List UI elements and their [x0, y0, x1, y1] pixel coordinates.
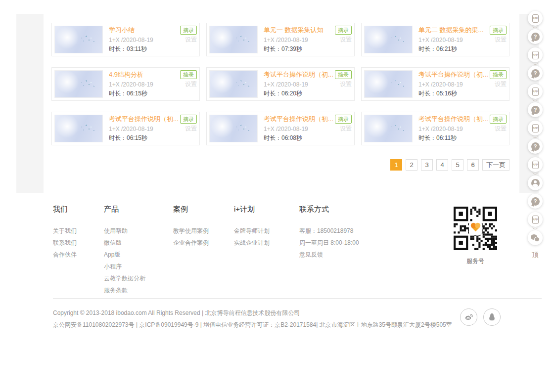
page-button-6[interactable]: 6 [467, 159, 479, 171]
footer-heading: i+计划 [234, 205, 270, 214]
page-button-5[interactable]: 5 [452, 159, 463, 171]
video-card: 单元二 数据采集的渠... 摘录 1+X /2020-08-19 设置 时长：0… [361, 23, 509, 56]
settings-button[interactable]: 设置 [185, 125, 197, 133]
help-icon[interactable]: ? [528, 29, 543, 44]
qq-icon[interactable] [483, 308, 501, 326]
help-icon[interactable]: ? [528, 139, 543, 154]
video-title[interactable]: 考试平台操作说明（初... [109, 115, 179, 124]
excerpt-button[interactable]: 摘录 [335, 70, 352, 79]
help-icon[interactable]: ? [528, 66, 543, 81]
footer-link[interactable]: 云教学数据分析 [104, 272, 145, 284]
video-duration: 时长：06:21秒 [418, 45, 507, 53]
footer-heading: 我们 [53, 205, 77, 214]
help-icon[interactable]: ? [528, 194, 543, 209]
video-title[interactable]: 考试平台操作说明（初... [418, 115, 488, 124]
video-thumbnail[interactable] [209, 26, 258, 53]
social-links [460, 308, 501, 326]
video-duration: 时长：06:08秒 [264, 134, 352, 142]
excerpt-button[interactable]: 摘录 [335, 115, 352, 124]
page-button-4[interactable]: 4 [436, 159, 448, 171]
video-thumbnail[interactable] [364, 26, 413, 53]
video-duration: 时长：06:11秒 [418, 134, 507, 142]
video-title[interactable]: 单元一 数据采集认知 [264, 26, 324, 35]
app-download-icon[interactable]: APP [528, 212, 543, 227]
wechat-icon[interactable] [528, 230, 543, 245]
footer-link[interactable]: 教学使用案例 [173, 225, 209, 237]
excerpt-button[interactable]: 摘录 [490, 26, 507, 35]
footer-link[interactable]: 合作伙伴 [53, 249, 77, 261]
footer-link[interactable]: 关于我们 [53, 225, 77, 237]
excerpt-button[interactable]: 摘录 [180, 26, 197, 35]
settings-button[interactable]: 设置 [495, 80, 507, 88]
video-meta: 1+X /2020-08-19 [418, 37, 463, 44]
video-card: 考试平台操作说明（初... 摘录 1+X /2020-08-19 设置 时长：0… [206, 112, 355, 145]
video-list-panel: 学习小结 摘录 1+X /2020-08-19 设置 时长：03:11秒 单元一… [44, 14, 519, 193]
weibo-icon[interactable] [460, 308, 477, 326]
footer-link[interactable]: 企业合作案例 [173, 237, 209, 249]
app-download-icon[interactable]: APP [528, 11, 543, 26]
excerpt-button[interactable]: 摘录 [490, 115, 507, 124]
footer-feedback-link[interactable]: 意见反馈 [299, 249, 359, 261]
video-duration: 时长：06:20秒 [264, 89, 352, 98]
footer-link[interactable]: 金牌导师计划 [234, 225, 270, 237]
video-meta: 1+X /2020-08-19 [109, 126, 153, 132]
video-title[interactable]: 考试平台操作说明（初... [264, 70, 333, 79]
excerpt-button[interactable]: 摘录 [335, 26, 352, 35]
app-download-icon[interactable]: APP [528, 47, 543, 62]
video-title[interactable]: 学习小结 [109, 26, 135, 35]
video-thumbnail[interactable] [54, 70, 103, 98]
settings-button[interactable]: 设置 [495, 36, 507, 44]
video-title[interactable]: 4.9结构分析 [109, 70, 143, 79]
footer-link[interactable]: App版 [104, 249, 145, 261]
video-thumbnail[interactable] [209, 70, 258, 98]
video-thumbnail[interactable] [54, 115, 103, 142]
video-meta: 1+X /2020-08-19 [418, 126, 463, 132]
footer-link[interactable]: 联系我们 [53, 237, 77, 249]
video-card: 学习小结 摘录 1+X /2020-08-19 设置 时长：03:11秒 [51, 23, 200, 56]
footer-link[interactable]: 实战企业计划 [234, 237, 270, 249]
video-duration: 时长：06:15秒 [109, 89, 197, 98]
settings-button[interactable]: 设置 [340, 125, 352, 133]
copyright-line-1: Copyright © 2013-2018 ibodao.com All Rig… [53, 309, 300, 317]
page-button-3[interactable]: 3 [421, 159, 433, 171]
settings-button[interactable]: 设置 [185, 80, 197, 88]
app-download-icon[interactable]: APP [528, 121, 543, 135]
excerpt-button[interactable]: 摘录 [490, 70, 507, 79]
video-title[interactable]: 考试平台操作说明（初... [418, 70, 488, 79]
app-download-icon[interactable]: APP [528, 157, 543, 172]
footer-link[interactable]: 微信版 [104, 237, 145, 249]
excerpt-button[interactable]: 摘录 [180, 115, 197, 124]
video-meta: 1+X /2020-08-19 [418, 81, 463, 88]
video-card: 考试平台操作说明（初... 摘录 1+X /2020-08-19 设置 时长：0… [361, 112, 509, 145]
video-card: 单元一 数据采集认知 摘录 1+X /2020-08-19 设置 时长：07:3… [206, 23, 355, 56]
excerpt-button[interactable]: 摘录 [180, 70, 197, 79]
copyright-line-2: 京公网安备11010802022973号 | 京ICP备09019949号-9 … [53, 321, 452, 329]
page-button-2[interactable]: 2 [406, 159, 417, 171]
footer-link[interactable]: 服务条款 [104, 284, 145, 296]
next-page-button[interactable]: 下一页 [482, 159, 509, 171]
footer-link[interactable]: 小程序 [104, 261, 145, 272]
settings-button[interactable]: 设置 [340, 80, 352, 88]
video-title[interactable]: 考试平台操作说明（初... [264, 115, 333, 124]
footer-link[interactable]: 使用帮助 [104, 225, 145, 237]
settings-button[interactable]: 设置 [340, 36, 352, 44]
content-section-background: 学习小结 摘录 1+X /2020-08-19 设置 时长：03:11秒 单元一… [16, 14, 539, 193]
customer-service-icon[interactable] [528, 175, 543, 190]
app-download-icon[interactable]: APP [528, 84, 543, 99]
help-icon[interactable]: ? [528, 102, 543, 117]
floating-toolbar: APP ? APP ? APP ? APP ? APP ? APP 顶 [527, 11, 543, 260]
footer-column-iplan: i+计划 金牌导师计划 实战企业计划 [234, 205, 270, 249]
video-card: 考试平台操作说明（初... 摘录 1+X /2020-08-19 设置 时长：0… [51, 112, 200, 145]
video-title[interactable]: 单元二 数据采集的渠... [418, 26, 483, 35]
footer-contact-phone: 客服：18500218978 [299, 225, 359, 237]
settings-button[interactable]: 设置 [185, 36, 197, 44]
footer-column-contact: 联系方式 客服：18500218978 周一至周日 8:00-18:00 意见反… [299, 205, 359, 261]
back-to-top-button[interactable]: 顶 [532, 251, 539, 260]
video-duration: 时长：03:11秒 [109, 45, 197, 53]
video-thumbnail[interactable] [364, 70, 413, 98]
video-thumbnail[interactable] [54, 26, 103, 53]
settings-button[interactable]: 设置 [495, 125, 507, 133]
page-button-1[interactable]: 1 [390, 159, 402, 171]
video-thumbnail[interactable] [209, 115, 258, 142]
video-thumbnail[interactable] [364, 115, 413, 142]
